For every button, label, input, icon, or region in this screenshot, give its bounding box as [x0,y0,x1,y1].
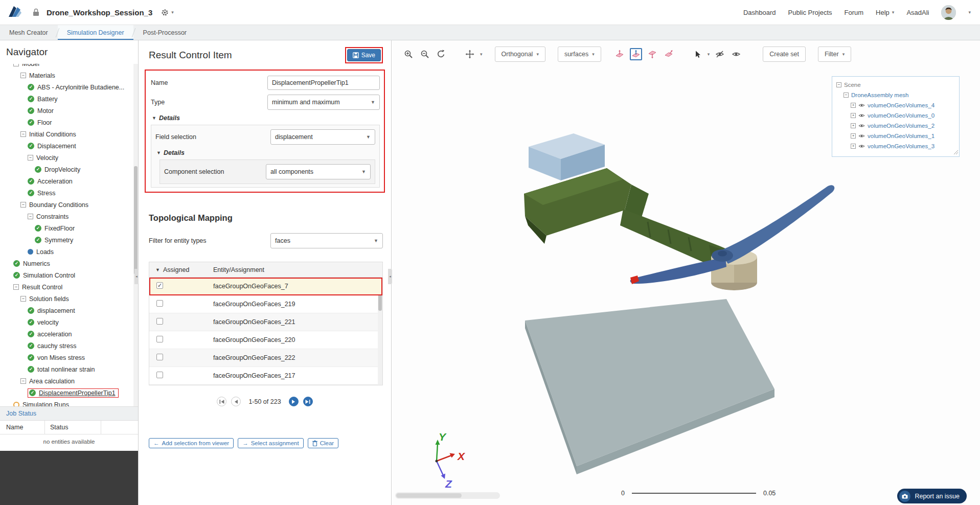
tree-item-von-mises-stress[interactable]: ✓von Mises stress [0,352,133,363]
eye-icon[interactable] [858,103,865,108]
scene-tree-volume[interactable]: + volumeOnGeoVolumes_4 [836,100,955,110]
chevron-down-icon[interactable]: ▾ [968,10,971,15]
expander-icon[interactable]: − [844,93,849,98]
nav-dashboard[interactable]: Dashboard [743,9,776,16]
tree-item-model[interactable]: −Model [0,64,133,70]
expander-icon[interactable]: − [836,82,841,87]
form-collapse-handle[interactable]: ◂ [388,269,392,284]
expander-icon[interactable]: + [851,144,856,149]
expander-icon[interactable]: + [851,123,856,128]
expander-icon[interactable]: − [20,131,26,137]
tree-item-constraints[interactable]: −Constraints [0,211,133,222]
next-page-button[interactable] [289,397,299,406]
tree-item-boundary-conditions[interactable]: −Boundary Conditions [0,199,133,211]
scene-tree-volume[interactable]: + volumeOnGeoVolumes_0 [836,110,955,121]
username-label[interactable]: AsadAli [906,9,929,16]
tree-item-sol-velocity[interactable]: ✓velocity [0,316,133,328]
eye-icon[interactable] [730,48,742,60]
clip-plane-icon[interactable] [646,48,658,60]
tree-item-symmetry[interactable]: ✓Symmetry [0,234,133,246]
tree-item-materials[interactable]: −Materials [0,70,133,81]
tree-item-displacement[interactable]: ✓Displacement [0,140,133,152]
clip-plane-icon[interactable] [663,48,675,60]
chevron-down-icon[interactable]: ▾ [708,52,710,57]
scene-tree-panel[interactable]: − Scene − DroneAssembly mesh + volumeOnG… [832,76,960,157]
tree-item-simulation-runs[interactable]: Simulation Runs [0,399,133,406]
expander-icon[interactable]: + [851,113,856,118]
viewer-horizontal-scrollbar[interactable] [395,492,500,499]
navigator-scrollbar[interactable] [133,64,138,406]
scrollbar-thumb[interactable] [396,493,462,498]
expander-icon[interactable]: − [28,214,33,219]
tab-simulation-designer[interactable]: Simulation Designer [58,25,133,40]
table-row[interactable]: faceGroupOnGeoFaces_221 [149,313,382,331]
row-checkbox[interactable] [156,354,163,360]
row-checkbox[interactable] [156,282,163,289]
expander-icon[interactable]: − [13,284,19,290]
entity-filter-select[interactable]: faces ▼ [270,233,383,248]
clear-button[interactable]: Clear [308,438,338,448]
expander-icon[interactable]: − [20,73,26,78]
scene-tree-root[interactable]: − Scene [836,80,955,90]
expander-icon[interactable]: + [851,133,856,139]
table-row[interactable]: faceGroupOnGeoFaces_222 [149,349,382,367]
add-selection-button[interactable]: ← Add selection from viewer [149,438,234,448]
tab-post-processor[interactable]: Post-Processor [134,25,196,40]
tree-item-stress[interactable]: ✓Stress [0,187,133,199]
scene-tree-mesh[interactable]: − DroneAssembly mesh [836,90,955,100]
resize-handle-icon[interactable] [953,150,959,156]
projection-select[interactable]: Orthogonal ▾ [495,47,545,62]
prev-page-button[interactable] [231,397,241,406]
first-page-button[interactable] [217,397,226,406]
zoom-in-icon[interactable] [402,48,415,60]
tree-item-initial-conditions[interactable]: −Initial Conditions [0,128,133,140]
tree-item-result-control[interactable]: −Result Control [0,281,133,293]
pan-tool-icon[interactable] [464,48,476,60]
last-page-button[interactable] [303,397,313,406]
table-row[interactable]: faceGroupOnGeoFaces_217 [149,367,382,385]
navigator-collapse-handle[interactable]: ◂ [134,269,139,284]
scene-tree-volume[interactable]: + volumeOnGeoVolumes_2 [836,121,955,131]
field-selection-select[interactable]: displacement ▼ [270,129,375,145]
row-checkbox[interactable] [156,318,163,325]
tree-item-area-calculation[interactable]: −Area calculation [0,375,133,387]
row-checkbox[interactable] [156,372,163,378]
sort-desc-icon[interactable]: ▼ [155,267,160,272]
filter-select[interactable]: Filter ▾ [818,47,851,62]
project-settings-button[interactable]: ▾ [161,8,174,17]
select-assignment-button[interactable]: → Select assignment [238,438,303,448]
tree-item-simulation-control[interactable]: ✓Simulation Control [0,269,133,281]
clip-plane-icon-selected[interactable] [630,48,642,60]
pointer-tool-icon[interactable] [691,48,703,60]
tree-item-acceleration[interactable]: ✓Acceleration [0,175,133,187]
details-section-header[interactable]: ▼ Details [152,114,380,122]
scene-tree-volume[interactable]: + volumeOnGeoVolumes_1 [836,131,955,141]
name-input[interactable] [267,76,380,90]
job-status-header[interactable]: Job Status [0,407,138,421]
tree-item-sol-acceleration[interactable]: ✓acceleration [0,328,133,340]
table-row[interactable]: faceGroupOnGeoFaces_219 [149,295,382,313]
type-select[interactable]: minimum and maximum ▼ [267,95,380,110]
expander-icon[interactable]: − [20,296,26,302]
tab-mesh-creator[interactable]: Mesh Creator [0,25,57,40]
expander-icon[interactable]: + [851,103,856,108]
eye-off-icon[interactable] [714,48,726,60]
nav-help[interactable]: Help ▾ [876,9,894,16]
tree-item-battery[interactable]: ✓Battery [0,93,133,105]
expander-icon[interactable]: − [20,378,26,384]
row-checkbox[interactable] [156,300,163,307]
tree-item-velocity[interactable]: −Velocity [0,152,133,164]
expander-icon[interactable]: − [28,155,33,160]
tree-item-total-nonlinear-strain[interactable]: ✓total nonlinear strain [0,363,133,375]
eye-icon[interactable] [858,113,865,118]
tree-item-displacementpropellertip1[interactable]: ✓DisplacementPropellerTip1 [0,387,133,399]
tree-item-floor[interactable]: ✓Floor [0,117,133,128]
refresh-icon[interactable] [435,48,447,60]
nav-forum[interactable]: Forum [845,9,864,16]
chevron-down-icon[interactable]: ▾ [480,52,483,57]
clip-plane-icon[interactable] [613,48,626,60]
eye-icon[interactable] [858,123,865,128]
eye-icon[interactable] [858,144,865,149]
save-button[interactable]: Save [347,49,381,61]
nav-public-projects[interactable]: Public Projects [788,9,832,16]
